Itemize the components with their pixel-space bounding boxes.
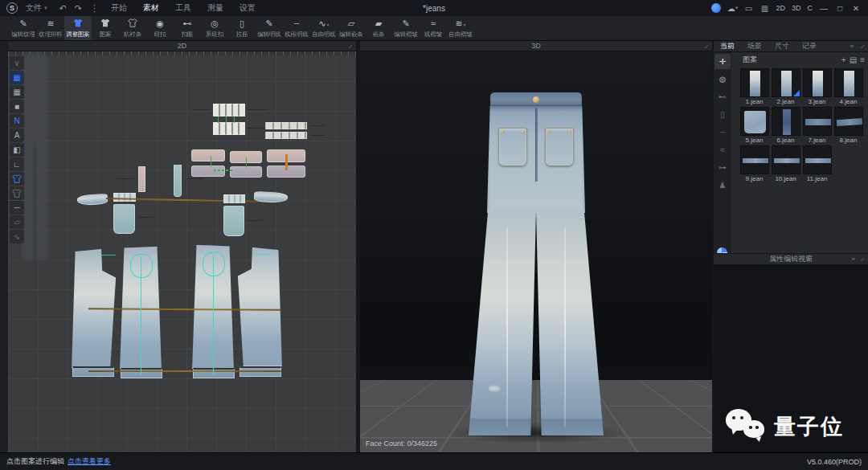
tab-current[interactable]: 当前 xyxy=(714,41,741,51)
collapse-panel-icon[interactable]: » xyxy=(850,43,854,50)
tool-edit-topstitch[interactable]: ✎ 编辑明线 xyxy=(256,16,283,40)
menu-settings[interactable]: 设置 xyxy=(231,0,264,16)
eye-tool-icon[interactable]: ⊶ xyxy=(714,160,731,175)
thumbnail-7jean[interactable]: 7.jean xyxy=(802,107,832,144)
cloud-sync-button[interactable]: ☁▾ xyxy=(725,1,739,15)
tab-history[interactable]: 记录 xyxy=(796,41,823,51)
thumbnail-2jean[interactable]: 2.jean xyxy=(771,68,800,105)
internal-pocket-outline[interactable] xyxy=(203,252,225,276)
pattern-piece-waistband-curve[interactable] xyxy=(77,194,108,206)
tool-piping[interactable]: ▰ 嵌条 xyxy=(365,16,392,40)
menu-measure[interactable]: 测量 xyxy=(199,0,231,16)
menu-start[interactable]: 开始 xyxy=(103,0,135,16)
fabric-swatch-icon[interactable]: ■ xyxy=(10,100,24,113)
undo-button[interactable]: ↶ xyxy=(55,3,71,14)
tool-edit-piping[interactable]: ▱ 编辑嵌条 xyxy=(338,16,365,40)
shirring-tool-icon[interactable]: ≈ xyxy=(714,142,731,157)
texture-checker-icon[interactable]: ▦ xyxy=(10,71,24,84)
thumbnail-8jean[interactable]: 8.jean xyxy=(833,107,863,144)
half-tone-icon[interactable]: ◧ xyxy=(10,143,24,157)
collapse-chevron-icon[interactable]: ∨ xyxy=(10,56,24,70)
collapse-property-icon[interactable]: » xyxy=(852,255,855,263)
tool-segment-topstitch[interactable]: ┄ 线段明线 xyxy=(283,16,310,40)
menu-material[interactable]: 素材 xyxy=(135,0,167,16)
pattern-piece-small-strip[interactable] xyxy=(138,166,145,192)
panel-2d-header[interactable]: 2D ↔ xyxy=(8,41,356,51)
view-2d-button[interactable]: 2D xyxy=(773,4,788,12)
tool-line-shirring[interactable]: ≈ 线褶皱 xyxy=(420,16,447,40)
grid-view-button[interactable]: ▤ xyxy=(850,55,857,64)
viewport-3d-canvas[interactable]: Face Count: 0/346225 xyxy=(360,51,712,452)
pattern-piece-waistband[interactable] xyxy=(230,166,262,178)
menu-file[interactable]: 文件 ▾ xyxy=(18,0,55,16)
tab-size[interactable]: 尺寸 xyxy=(768,41,796,51)
list-view-button[interactable]: ≡ xyxy=(860,55,865,64)
curve-tool-icon[interactable]: ∿ xyxy=(10,230,24,243)
left-collapsed-strip[interactable] xyxy=(0,41,8,452)
expand-3d-icon[interactable]: ↔ xyxy=(701,41,710,51)
add-pattern-button[interactable]: + xyxy=(841,55,846,64)
corner-ruler-icon[interactable]: ∟ xyxy=(10,157,24,171)
thumbnail-6jean[interactable]: 6.jean xyxy=(771,107,800,144)
pattern-piece-pant-back-right[interactable] xyxy=(238,247,283,366)
seam-line-icon[interactable]: ─ xyxy=(10,201,24,215)
pattern-piece-hem[interactable] xyxy=(121,368,162,378)
tool-free-topstitch[interactable]: ∿▾ 自由明线 xyxy=(310,16,338,40)
pattern-piece-beltloops-bottom[interactable] xyxy=(213,122,245,135)
pattern-piece-waistband-strip[interactable] xyxy=(223,194,245,203)
jeans-3d-model[interactable] xyxy=(360,51,712,452)
expand-property-icon[interactable]: ↔ xyxy=(857,254,866,264)
pattern-piece-waistband-curve[interactable] xyxy=(254,191,289,203)
pattern-piece-strip[interactable] xyxy=(265,132,307,139)
thumbnail-9jean[interactable]: 9.jean xyxy=(739,145,769,182)
thumbnail-10jean[interactable]: 10.jean xyxy=(771,145,800,182)
tool-fusible-tape[interactable]: 粘衬条 xyxy=(119,16,146,40)
elastic-tool-icon[interactable]: ▯ xyxy=(714,107,731,122)
tool-fasten-button[interactable]: ◎ 系纽扣 xyxy=(201,16,228,40)
pattern-piece-pocket[interactable] xyxy=(113,204,135,234)
tool-elastic[interactable]: ▯ 拉筋 xyxy=(228,16,256,40)
internal-pocket-outline[interactable] xyxy=(130,254,153,278)
view-3d-button[interactable]: 3D xyxy=(789,4,804,12)
tab-scene[interactable]: 场景 xyxy=(741,41,768,51)
pattern-2d-canvas[interactable]: ∨ ▦ ▦ ■ N A ◧ ∟ ─ ▱ ∿ xyxy=(8,51,356,452)
more-actions-icon[interactable]: ⋮ xyxy=(86,3,103,14)
thumbnail-1jean[interactable]: 1.jean xyxy=(739,68,769,105)
thumbnail-5jean[interactable]: 5.jean xyxy=(739,107,769,144)
topstitch-tool-icon[interactable]: ┄ xyxy=(714,125,731,140)
pattern-piece-strip[interactable] xyxy=(265,122,307,129)
avatar-tool-icon[interactable]: ♟ xyxy=(714,178,731,193)
expand-panel-icon[interactable]: ↔ xyxy=(857,41,866,51)
annotation-a-icon[interactable]: A xyxy=(10,129,24,142)
pattern-page-icon[interactable]: ▱ xyxy=(10,215,24,229)
property-editor-header[interactable]: 属性编辑视窗 » ↔ xyxy=(714,253,868,265)
account-avatar[interactable] xyxy=(709,1,723,15)
maximize-button[interactable]: □ xyxy=(833,1,847,15)
pattern-tool-icon[interactable]: ✛ xyxy=(714,54,731,69)
tool-free-shirring[interactable]: ≋▾ 自由褶皱 xyxy=(447,16,474,40)
expand-2d-icon[interactable]: ↔ xyxy=(345,41,354,51)
pattern-piece-waistband[interactable] xyxy=(191,166,225,177)
internal-center-line[interactable] xyxy=(213,255,214,375)
menu-tools[interactable]: 工具 xyxy=(167,0,199,16)
garment-icon[interactable] xyxy=(10,186,24,200)
redo-button[interactable]: ↷ xyxy=(71,3,86,14)
tool-texture-nesting[interactable]: ≋ 纹理排料 xyxy=(37,16,64,40)
internal-center-line[interactable] xyxy=(141,256,141,375)
fullscreen-view-button[interactable]: ▭ xyxy=(741,1,755,15)
pattern-piece-small-strip[interactable] xyxy=(174,165,182,197)
tool-button[interactable]: ◉ 纽扣 xyxy=(146,16,174,40)
pattern-piece-pocket[interactable] xyxy=(223,206,244,236)
minimize-button[interactable]: — xyxy=(817,1,831,15)
pattern-piece-beltloops-top[interactable] xyxy=(213,104,245,116)
app-logo-icon[interactable]: S xyxy=(6,2,18,14)
tool-edit-texture[interactable]: ✎ 编辑纹理 xyxy=(10,16,37,40)
tool-buttonhole[interactable]: ⊷ 扣眼 xyxy=(174,16,201,40)
split-view-button[interactable]: ▥ xyxy=(757,1,772,15)
pattern-piece-hem[interactable] xyxy=(193,368,235,378)
tool-pattern[interactable]: 图案 xyxy=(92,16,119,40)
thumbnail-4jean[interactable]: 4.jean xyxy=(833,68,863,105)
close-button[interactable]: ✕ xyxy=(849,1,863,15)
tool-adjust-pattern[interactable]: 调整图案 xyxy=(64,16,92,40)
tool-edit-shirring[interactable]: ✎ 编辑褶皱 xyxy=(392,16,420,40)
